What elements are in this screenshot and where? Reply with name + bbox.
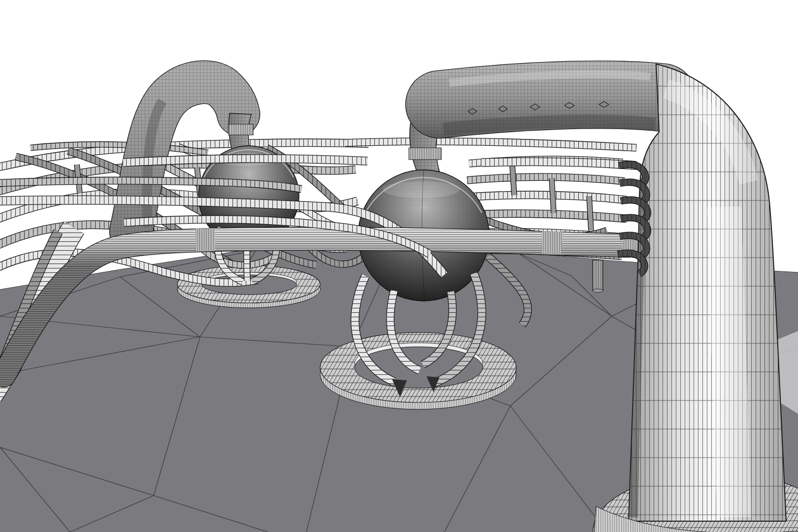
arch-neck-collar-hatch (229, 124, 253, 135)
mini-pipe-base (593, 289, 603, 293)
front-rail (482, 162, 636, 166)
lattice-brace-layer (552, 178, 554, 213)
mini-pipe-hatch (593, 260, 603, 291)
lattice-brace (589, 196, 591, 231)
pipe-collar-layer (196, 239, 215, 240)
front-rail (123, 159, 367, 163)
lattice-brace (512, 166, 514, 195)
lattice-brace-layer (512, 166, 514, 195)
neck-collar-hatch (409, 148, 441, 160)
lattice-brace-layer (589, 196, 591, 231)
front-rail-layer (123, 159, 367, 163)
big-pipe-top-tube-layer (439, 95, 663, 104)
sphere-highlight (383, 181, 460, 198)
front-rail-layer (482, 162, 636, 166)
lattice-beam (470, 214, 627, 219)
big-pipe-underside-shade (443, 121, 655, 129)
pipe-collar-layer (542, 242, 562, 243)
render-viewport (0, 0, 798, 532)
big-pipe-top-tube (439, 95, 663, 104)
pipe-collar (196, 239, 215, 240)
lattice-brace (552, 178, 554, 213)
lattice-beam (467, 177, 625, 181)
small-vertical-pipe (593, 260, 603, 293)
wireframe-render (0, 0, 798, 532)
pipe-collar (542, 242, 562, 243)
